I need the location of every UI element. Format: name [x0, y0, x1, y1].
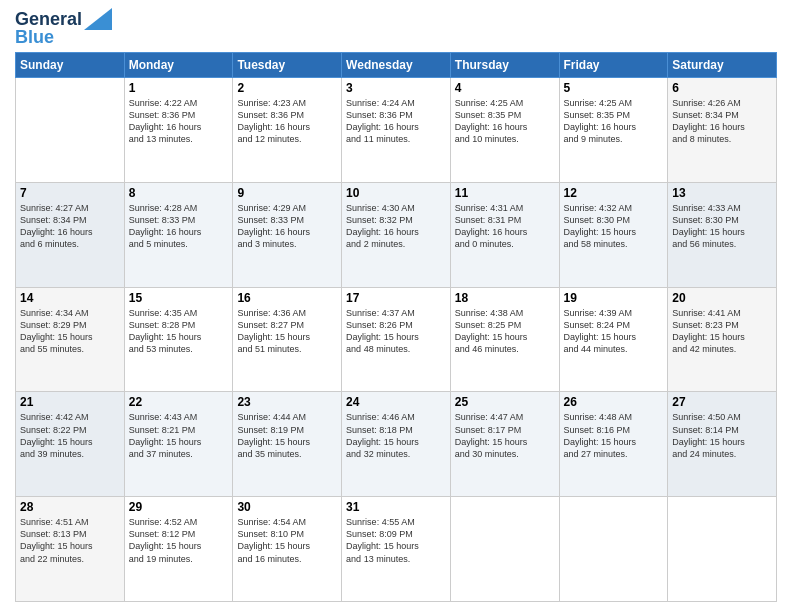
calendar-cell: 10Sunrise: 4:30 AMSunset: 8:32 PMDayligh… [342, 182, 451, 287]
calendar-cell: 20Sunrise: 4:41 AMSunset: 8:23 PMDayligh… [668, 287, 777, 392]
day-number: 31 [346, 500, 446, 514]
calendar-cell: 19Sunrise: 4:39 AMSunset: 8:24 PMDayligh… [559, 287, 668, 392]
cell-info: Sunrise: 4:22 AMSunset: 8:36 PMDaylight:… [129, 97, 229, 146]
weekday-header-row: SundayMondayTuesdayWednesdayThursdayFrid… [16, 53, 777, 78]
day-number: 12 [564, 186, 664, 200]
cell-info: Sunrise: 4:28 AMSunset: 8:33 PMDaylight:… [129, 202, 229, 251]
cell-info: Sunrise: 4:39 AMSunset: 8:24 PMDaylight:… [564, 307, 664, 356]
calendar-cell: 4Sunrise: 4:25 AMSunset: 8:35 PMDaylight… [450, 78, 559, 183]
calendar-week-row: 21Sunrise: 4:42 AMSunset: 8:22 PMDayligh… [16, 392, 777, 497]
day-number: 24 [346, 395, 446, 409]
cell-info: Sunrise: 4:48 AMSunset: 8:16 PMDaylight:… [564, 411, 664, 460]
calendar-cell: 8Sunrise: 4:28 AMSunset: 8:33 PMDaylight… [124, 182, 233, 287]
calendar-cell [668, 497, 777, 602]
cell-info: Sunrise: 4:42 AMSunset: 8:22 PMDaylight:… [20, 411, 120, 460]
day-number: 13 [672, 186, 772, 200]
calendar-cell: 11Sunrise: 4:31 AMSunset: 8:31 PMDayligh… [450, 182, 559, 287]
day-number: 16 [237, 291, 337, 305]
day-number: 5 [564, 81, 664, 95]
cell-info: Sunrise: 4:50 AMSunset: 8:14 PMDaylight:… [672, 411, 772, 460]
weekday-header-friday: Friday [559, 53, 668, 78]
day-number: 2 [237, 81, 337, 95]
day-number: 7 [20, 186, 120, 200]
cell-info: Sunrise: 4:55 AMSunset: 8:09 PMDaylight:… [346, 516, 446, 565]
cell-info: Sunrise: 4:35 AMSunset: 8:28 PMDaylight:… [129, 307, 229, 356]
cell-info: Sunrise: 4:43 AMSunset: 8:21 PMDaylight:… [129, 411, 229, 460]
weekday-header-wednesday: Wednesday [342, 53, 451, 78]
cell-info: Sunrise: 4:29 AMSunset: 8:33 PMDaylight:… [237, 202, 337, 251]
calendar-week-row: 28Sunrise: 4:51 AMSunset: 8:13 PMDayligh… [16, 497, 777, 602]
page: GeneralBlue SundayMondayTuesdayWednesday… [0, 0, 792, 612]
cell-info: Sunrise: 4:36 AMSunset: 8:27 PMDaylight:… [237, 307, 337, 356]
logo-text: GeneralBlue [15, 10, 82, 46]
calendar-cell: 9Sunrise: 4:29 AMSunset: 8:33 PMDaylight… [233, 182, 342, 287]
day-number: 3 [346, 81, 446, 95]
calendar-table: SundayMondayTuesdayWednesdayThursdayFrid… [15, 52, 777, 602]
calendar-cell: 22Sunrise: 4:43 AMSunset: 8:21 PMDayligh… [124, 392, 233, 497]
day-number: 17 [346, 291, 446, 305]
calendar-week-row: 1Sunrise: 4:22 AMSunset: 8:36 PMDaylight… [16, 78, 777, 183]
day-number: 29 [129, 500, 229, 514]
calendar-cell: 3Sunrise: 4:24 AMSunset: 8:36 PMDaylight… [342, 78, 451, 183]
cell-info: Sunrise: 4:37 AMSunset: 8:26 PMDaylight:… [346, 307, 446, 356]
cell-info: Sunrise: 4:23 AMSunset: 8:36 PMDaylight:… [237, 97, 337, 146]
calendar-cell: 21Sunrise: 4:42 AMSunset: 8:22 PMDayligh… [16, 392, 125, 497]
cell-info: Sunrise: 4:25 AMSunset: 8:35 PMDaylight:… [455, 97, 555, 146]
cell-info: Sunrise: 4:26 AMSunset: 8:34 PMDaylight:… [672, 97, 772, 146]
weekday-header-monday: Monday [124, 53, 233, 78]
cell-info: Sunrise: 4:34 AMSunset: 8:29 PMDaylight:… [20, 307, 120, 356]
cell-info: Sunrise: 4:54 AMSunset: 8:10 PMDaylight:… [237, 516, 337, 565]
calendar-cell: 27Sunrise: 4:50 AMSunset: 8:14 PMDayligh… [668, 392, 777, 497]
calendar-cell: 1Sunrise: 4:22 AMSunset: 8:36 PMDaylight… [124, 78, 233, 183]
cell-info: Sunrise: 4:24 AMSunset: 8:36 PMDaylight:… [346, 97, 446, 146]
calendar-cell: 26Sunrise: 4:48 AMSunset: 8:16 PMDayligh… [559, 392, 668, 497]
day-number: 21 [20, 395, 120, 409]
calendar-cell: 29Sunrise: 4:52 AMSunset: 8:12 PMDayligh… [124, 497, 233, 602]
day-number: 4 [455, 81, 555, 95]
day-number: 10 [346, 186, 446, 200]
cell-info: Sunrise: 4:32 AMSunset: 8:30 PMDaylight:… [564, 202, 664, 251]
day-number: 9 [237, 186, 337, 200]
cell-info: Sunrise: 4:30 AMSunset: 8:32 PMDaylight:… [346, 202, 446, 251]
calendar-week-row: 14Sunrise: 4:34 AMSunset: 8:29 PMDayligh… [16, 287, 777, 392]
calendar-cell: 12Sunrise: 4:32 AMSunset: 8:30 PMDayligh… [559, 182, 668, 287]
day-number: 8 [129, 186, 229, 200]
weekday-header-saturday: Saturday [668, 53, 777, 78]
calendar-cell: 18Sunrise: 4:38 AMSunset: 8:25 PMDayligh… [450, 287, 559, 392]
cell-info: Sunrise: 4:27 AMSunset: 8:34 PMDaylight:… [20, 202, 120, 251]
logo: GeneralBlue [15, 10, 112, 46]
calendar-cell [450, 497, 559, 602]
day-number: 14 [20, 291, 120, 305]
calendar-cell: 24Sunrise: 4:46 AMSunset: 8:18 PMDayligh… [342, 392, 451, 497]
cell-info: Sunrise: 4:33 AMSunset: 8:30 PMDaylight:… [672, 202, 772, 251]
calendar-cell: 23Sunrise: 4:44 AMSunset: 8:19 PMDayligh… [233, 392, 342, 497]
header: GeneralBlue [15, 10, 777, 46]
cell-info: Sunrise: 4:44 AMSunset: 8:19 PMDaylight:… [237, 411, 337, 460]
calendar-cell: 16Sunrise: 4:36 AMSunset: 8:27 PMDayligh… [233, 287, 342, 392]
calendar-cell: 13Sunrise: 4:33 AMSunset: 8:30 PMDayligh… [668, 182, 777, 287]
cell-info: Sunrise: 4:25 AMSunset: 8:35 PMDaylight:… [564, 97, 664, 146]
weekday-header-sunday: Sunday [16, 53, 125, 78]
day-number: 6 [672, 81, 772, 95]
day-number: 11 [455, 186, 555, 200]
cell-info: Sunrise: 4:51 AMSunset: 8:13 PMDaylight:… [20, 516, 120, 565]
day-number: 15 [129, 291, 229, 305]
day-number: 30 [237, 500, 337, 514]
weekday-header-thursday: Thursday [450, 53, 559, 78]
day-number: 25 [455, 395, 555, 409]
cell-info: Sunrise: 4:52 AMSunset: 8:12 PMDaylight:… [129, 516, 229, 565]
cell-info: Sunrise: 4:31 AMSunset: 8:31 PMDaylight:… [455, 202, 555, 251]
calendar-cell: 15Sunrise: 4:35 AMSunset: 8:28 PMDayligh… [124, 287, 233, 392]
logo-blue: Blue [15, 27, 54, 47]
calendar-cell: 31Sunrise: 4:55 AMSunset: 8:09 PMDayligh… [342, 497, 451, 602]
calendar-cell [559, 497, 668, 602]
day-number: 18 [455, 291, 555, 305]
weekday-header-tuesday: Tuesday [233, 53, 342, 78]
calendar-week-row: 7Sunrise: 4:27 AMSunset: 8:34 PMDaylight… [16, 182, 777, 287]
cell-info: Sunrise: 4:46 AMSunset: 8:18 PMDaylight:… [346, 411, 446, 460]
calendar-cell: 17Sunrise: 4:37 AMSunset: 8:26 PMDayligh… [342, 287, 451, 392]
cell-info: Sunrise: 4:38 AMSunset: 8:25 PMDaylight:… [455, 307, 555, 356]
day-number: 1 [129, 81, 229, 95]
day-number: 26 [564, 395, 664, 409]
calendar-cell: 2Sunrise: 4:23 AMSunset: 8:36 PMDaylight… [233, 78, 342, 183]
